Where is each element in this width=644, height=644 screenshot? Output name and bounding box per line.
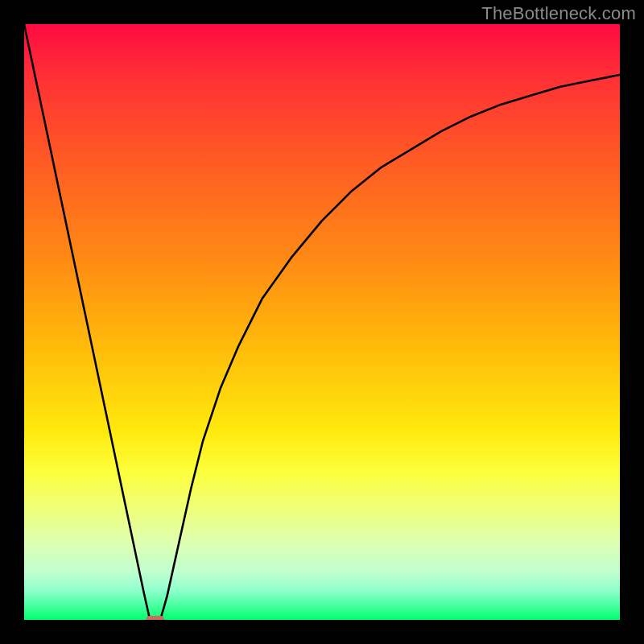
plot-area (24, 24, 620, 620)
watermark-text: TheBottleneck.com (481, 3, 636, 24)
bottleneck-curve (24, 24, 620, 620)
minimum-marker-icon (147, 616, 164, 620)
chart-frame: TheBottleneck.com (0, 0, 644, 644)
